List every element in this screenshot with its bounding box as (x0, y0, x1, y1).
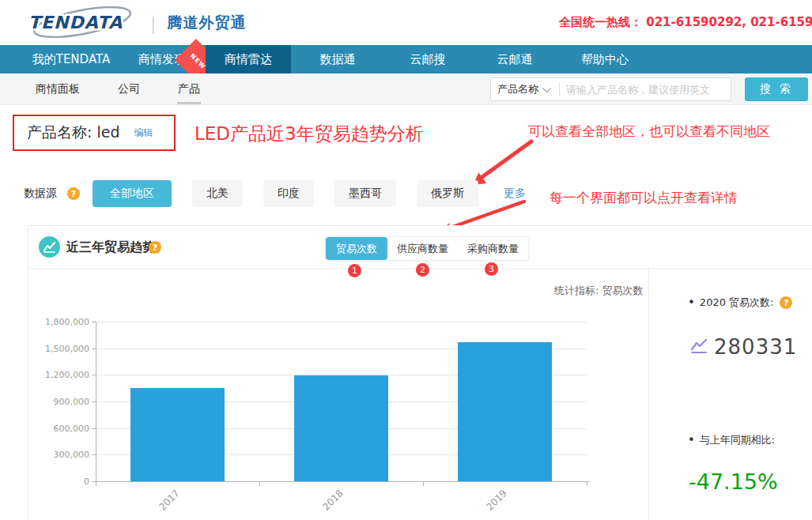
nav-item-discovery[interactable]: 商情发现 NEW (119, 45, 206, 73)
bar-2018[interactable] (294, 375, 388, 481)
logo-text: TENDATA (28, 13, 123, 32)
current-year-value: 280331 (690, 335, 797, 359)
annotation-regions-note: 可以查看全部地区，也可以查看不同地区 (528, 122, 770, 141)
product-name-highlight-box: 产品名称: led 编辑 (13, 115, 176, 151)
region-button-india[interactable]: 印度 (263, 180, 314, 207)
active-tab-underline (177, 102, 201, 104)
nav-item-cloud-mail-search[interactable]: 云邮搜 (384, 45, 471, 73)
search-box: 产品名称 (490, 77, 731, 101)
edit-link[interactable]: 编辑 (134, 126, 153, 140)
annotation-detail-note: 每一个界面都可以点开查看详情 (550, 189, 738, 207)
sub-nav-item-panel[interactable]: 商情面板 (36, 73, 80, 104)
y-tick-label: 600,000 (34, 424, 89, 434)
sub-nav-item-company[interactable]: 公司 (118, 73, 140, 104)
y-tick-label: 1,200,000 (34, 370, 89, 380)
region-button-russia[interactable]: 俄罗斯 (417, 180, 478, 207)
current-year-row: • 2020 贸易次数: ? (688, 296, 792, 310)
region-button-all[interactable]: 全部地区 (93, 180, 172, 207)
content: 产品名称: led 编辑 LED产品近3年贸易趋势分析 可以查看全部地区，也可以… (0, 105, 812, 520)
search-zone: 产品名称 搜 索 (490, 77, 808, 101)
y-tick-label: 1,500,000 (34, 344, 89, 354)
compare-row: • 与上年同期相比: (688, 433, 775, 447)
logo[interactable]: TENDATA | 腾道外贸通 (22, 6, 246, 40)
current-year-label: 2020 贸易次数: (700, 296, 774, 310)
nav-item-radar[interactable]: 商情雷达 (206, 45, 291, 73)
tendata-logo-icon: TENDATA (22, 6, 142, 40)
compare-label: 与上年同期相比: (700, 433, 775, 447)
y-axis-line (96, 322, 96, 486)
sub-nav-item-product[interactable]: 产品 (178, 73, 200, 104)
y-tick-label: 900,000 (34, 397, 89, 407)
hotline-text: 全国统一热线： 021-61590292, 021-61590275 (559, 15, 812, 30)
region-button-mexico[interactable]: 墨西哥 (334, 180, 396, 207)
nav-item-my-tendata[interactable]: 我的TENDATA (24, 45, 119, 73)
vertical-divider (648, 268, 649, 520)
search-category-select[interactable]: 产品名称 (491, 82, 559, 96)
nav-item-help-center[interactable]: 帮助中心 (558, 45, 651, 73)
bar-chart: 0300,000600,000900,0001,200,0001,500,000… (28, 226, 648, 520)
year-help-icon[interactable]: ? (780, 296, 792, 309)
app-window: TENDATA | 腾道外贸通 全国统一热线： 021-61590292, 02… (0, 0, 812, 520)
search-category-label: 产品名称 (497, 82, 538, 96)
datasource-row: 数据源 ? 全部地区 北美 印度 墨西哥 俄罗斯 更多 (24, 180, 526, 207)
gridline (96, 322, 587, 322)
bar-2017[interactable] (130, 388, 225, 481)
bar-2019[interactable] (458, 342, 552, 481)
sub-nav-item-label: 产品 (178, 82, 200, 95)
bullet-icon: • (688, 296, 695, 310)
trend-card: 近三年贸易趋势 ? 贸易次数 供应商数量 采购商数量 1 2 3 统计指标: 贸… (28, 225, 812, 520)
search-button[interactable]: 搜 索 (745, 77, 808, 101)
main-nav: 我的TENDATA 商情发现 NEW 商情雷达 数据通 云邮搜 云邮通 帮助中心 (0, 45, 812, 73)
annotation-title: LED产品近3年贸易趋势分析 (195, 122, 424, 146)
x-tick-label: 2017 (129, 488, 181, 520)
compare-value: -47.15% (689, 469, 778, 494)
bullet-icon: • (688, 433, 695, 447)
datasource-label: 数据源 (24, 187, 57, 201)
sub-nav: 商情面板 公司 产品 产品名称 搜 索 (0, 73, 812, 105)
trade-count-value: 280331 (714, 335, 797, 359)
search-input[interactable] (560, 84, 731, 96)
x-axis-line (96, 481, 590, 482)
brand-cn-name: 腾道外贸通 (167, 13, 246, 33)
more-regions-link[interactable]: 更多 (504, 187, 526, 201)
top-header: TENDATA | 腾道外贸通 全国统一热线： 021-61590292, 02… (0, 0, 812, 45)
help-icon[interactable]: ? (67, 187, 80, 200)
y-tick-label: 300,000 (34, 450, 89, 460)
arrow-to-more (480, 141, 531, 179)
stats-panel: • 2020 贸易次数: ? 280331 • 与上年同期相比: -47.15% (688, 226, 812, 520)
nav-item-cloud-mail[interactable]: 云邮通 (471, 45, 558, 73)
y-tick-label: 1,800,000 (34, 317, 89, 327)
region-button-north-america[interactable]: 北美 (192, 180, 243, 207)
product-name-label: 产品名称: led (27, 122, 119, 143)
trend-line-icon (690, 339, 708, 355)
chevron-down-icon (542, 84, 551, 92)
x-tick-label: 2018 (293, 488, 345, 520)
x-tick-label: 2019 (456, 488, 508, 520)
nav-item-data[interactable]: 数据通 (291, 45, 384, 73)
y-tick-label: 0 (34, 477, 89, 487)
brand-divider: | (150, 13, 156, 33)
